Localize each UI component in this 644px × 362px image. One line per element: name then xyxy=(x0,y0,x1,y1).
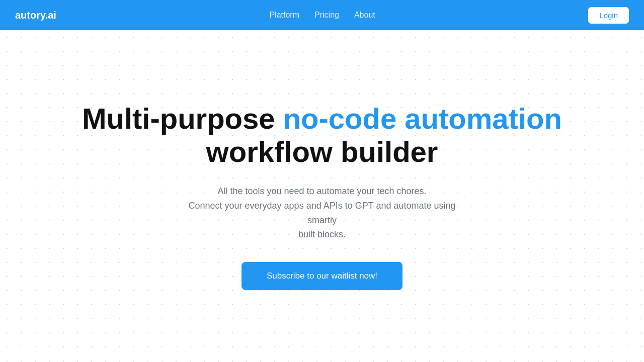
hero-section: Multi-purpose no-code automation workflo… xyxy=(0,30,644,362)
login-button[interactable]: Login xyxy=(588,7,629,24)
hero-title-part1: Multi-purpose xyxy=(82,102,283,135)
hero-title-part2: workflow builder xyxy=(206,135,438,168)
hero-subtitle-line2: Connect your everyday apps and APIs to G… xyxy=(189,201,456,225)
hero-subtitle-line3: built blocks. xyxy=(298,229,346,239)
hero-title-highlight: no-code automation xyxy=(283,102,562,135)
hero-subtitle: All the tools you need to automate your … xyxy=(181,184,463,242)
navbar: autory.ai Platform Pricing About Login xyxy=(0,0,644,30)
cta-button[interactable]: Subscribe to our waitlist now! xyxy=(242,262,403,290)
brand-logo[interactable]: autory.ai xyxy=(15,10,56,21)
hero-title: Multi-purpose no-code automation workflo… xyxy=(20,102,624,169)
hero-subtitle-line1: All the tools you need to automate your … xyxy=(217,186,426,196)
nav-about[interactable]: About xyxy=(354,11,375,20)
nav-links: Platform Pricing About xyxy=(269,11,375,20)
nav-platform[interactable]: Platform xyxy=(269,11,299,20)
nav-pricing[interactable]: Pricing xyxy=(314,11,339,20)
